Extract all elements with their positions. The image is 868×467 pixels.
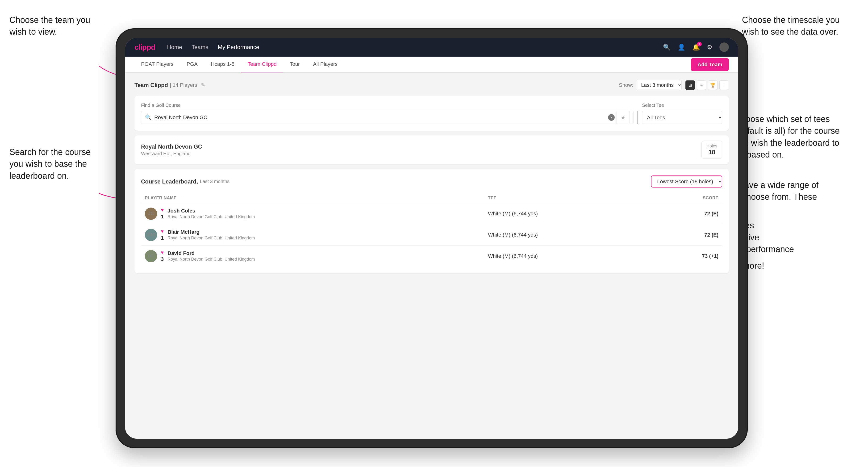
player-details: David Ford Royal North Devon Golf Club, … xyxy=(167,250,255,262)
course-info: Royal North Devon GC Westward Ho!, Engla… xyxy=(141,144,702,156)
leaderboard-table: PLAYER NAME TEE SCORE JC ♥ 1 xyxy=(141,193,722,267)
find-course-label: Find a Golf Course xyxy=(141,102,614,108)
course-search-input[interactable] xyxy=(154,115,608,121)
nav-home[interactable]: Home xyxy=(167,44,182,51)
trophy-view-button[interactable]: 🏆 xyxy=(708,81,717,90)
annotation-top-right: Choose the timescale you wish to see the… xyxy=(742,14,840,38)
tab-all-players[interactable]: All Players xyxy=(306,57,344,72)
col-tee: TEE xyxy=(484,193,652,203)
player-details: Blair McHarg Royal North Devon Golf Club… xyxy=(167,229,255,241)
user-icon[interactable]: 👤 xyxy=(678,44,685,51)
tab-team-clippd[interactable]: Team Clippd xyxy=(241,57,283,72)
annotation-top-left: Choose the team you wish to view. xyxy=(9,14,90,38)
table-row: DF ♥ 3 David Ford Royal North Devon Golf… xyxy=(141,246,722,267)
nav-links: Home Teams My Performance xyxy=(167,44,259,51)
view-icons: ⊞ ≡ 🏆 ↓ xyxy=(685,81,729,90)
sub-nav-tabs: PGAT Players PGA Hcaps 1-5 Team Clippd T… xyxy=(134,57,344,72)
player-rank-section: ♥ 1 xyxy=(161,207,164,220)
player-score: 72 (E) xyxy=(652,203,722,224)
navbar: clippd Home Teams My Performance 🔍 👤 🔔 1… xyxy=(125,38,738,57)
holes-label: Holes xyxy=(706,144,717,149)
sub-nav: PGAT Players PGA Hcaps 1-5 Team Clippd T… xyxy=(125,57,738,73)
player-rank: 3 xyxy=(161,256,164,262)
player-name: Blair McHarg xyxy=(167,229,255,235)
holes-badge: Holes 18 xyxy=(702,141,722,158)
bell-icon[interactable]: 🔔 1 xyxy=(692,44,700,51)
player-score: 73 (+1) xyxy=(652,246,722,267)
leaderboard-title: Course Leaderboard, xyxy=(141,178,198,185)
player-avatar: JC xyxy=(145,208,157,220)
course-result: Royal North Devon GC Westward Ho!, Engla… xyxy=(134,135,729,164)
table-row: BM ♥ 1 Blair McHarg Royal North Devon Go… xyxy=(141,224,722,246)
divider xyxy=(638,111,638,124)
leaderboard-card: Course Leaderboard, Last 3 months Lowest… xyxy=(134,169,729,273)
tablet-frame: clippd Home Teams My Performance 🔍 👤 🔔 1… xyxy=(116,28,748,448)
course-name: Royal North Devon GC xyxy=(141,144,702,150)
annotation-mid-right: Choose which set of tees (default is all… xyxy=(735,113,840,161)
list-view-button[interactable]: ≡ xyxy=(697,81,706,90)
search-card-labels: Find a Golf Course Select Tee xyxy=(141,102,722,108)
heart-icon: ♥ xyxy=(161,250,164,255)
player-name: Josh Coles xyxy=(167,208,255,214)
player-club: Royal North Devon Golf Club, United King… xyxy=(167,236,255,241)
player-club: Royal North Devon Golf Club, United King… xyxy=(167,257,255,262)
col-score: SCORE xyxy=(652,193,722,203)
select-tee-label: Select Tee xyxy=(642,102,722,108)
leaderboard-header: Course Leaderboard, Last 3 months Lowest… xyxy=(141,176,722,187)
player-rank: 1 xyxy=(161,214,164,220)
search-card: Find a Golf Course Select Tee 🔍 × ★ All … xyxy=(134,96,729,131)
player-name: David Ford xyxy=(167,250,255,256)
search-icon[interactable]: 🔍 xyxy=(663,44,671,51)
nav-my-performance[interactable]: My Performance xyxy=(218,44,259,51)
player-avatar: BM xyxy=(145,229,157,241)
grid-view-button[interactable]: ⊞ xyxy=(685,81,695,90)
player-avatar: DF xyxy=(145,250,157,262)
avatar[interactable] xyxy=(719,42,729,52)
player-tee: White (M) (6,744 yds) xyxy=(484,203,652,224)
annotation-mid-left: Search for the course you wish to base t… xyxy=(9,146,91,182)
search-row: 🔍 × ★ All Tees xyxy=(141,111,722,124)
search-icon: 🔍 xyxy=(145,115,151,121)
favourite-button[interactable]: ★ xyxy=(617,111,630,124)
team-header: Team Clippd | 14 Players ✎ Show: Last 3 … xyxy=(134,80,729,90)
app-container: clippd Home Teams My Performance 🔍 👤 🔔 1… xyxy=(125,38,738,439)
show-select[interactable]: Last 3 months xyxy=(636,80,682,90)
leaderboard-subtitle: Last 3 months xyxy=(200,179,229,184)
show-label: Show: xyxy=(619,82,633,88)
col-player: PLAYER NAME xyxy=(141,193,484,203)
search-input-wrapper: 🔍 × ★ xyxy=(141,111,634,124)
player-club: Royal North Devon Golf Club, United King… xyxy=(167,214,255,219)
notification-badge: 1 xyxy=(697,42,702,46)
download-button[interactable]: ↓ xyxy=(719,81,729,90)
add-team-button[interactable]: Add Team xyxy=(691,58,729,71)
heart-icon: ♥ xyxy=(161,207,164,213)
edit-team-icon[interactable]: ✎ xyxy=(201,82,205,88)
main-content: Team Clippd | 14 Players ✎ Show: Last 3 … xyxy=(125,73,738,439)
heart-icon: ♥ xyxy=(161,228,164,234)
tab-tour[interactable]: Tour xyxy=(283,57,306,72)
tab-pga[interactable]: PGA xyxy=(180,57,204,72)
settings-icon[interactable]: ⚙ xyxy=(707,44,712,51)
tab-pgat-players[interactable]: PGAT Players xyxy=(134,57,180,72)
table-row: JC ♥ 1 Josh Coles Royal North Devon Golf… xyxy=(141,203,722,224)
app-logo: clippd xyxy=(134,43,155,52)
nav-teams[interactable]: Teams xyxy=(191,44,208,51)
player-score: 72 (E) xyxy=(652,224,722,246)
player-tee: White (M) (6,744 yds) xyxy=(484,224,652,246)
score-type-select[interactable]: Lowest Score (18 holes) xyxy=(651,176,722,187)
clear-search-button[interactable]: × xyxy=(608,114,615,121)
player-tee: White (M) (6,744 yds) xyxy=(484,246,652,267)
player-details: Josh Coles Royal North Devon Golf Club, … xyxy=(167,208,255,219)
player-rank-section: ♥ 1 xyxy=(161,228,164,241)
team-title: Team Clippd xyxy=(134,82,168,88)
team-count: | 14 Players xyxy=(170,82,197,88)
player-rank: 1 xyxy=(161,235,164,241)
nav-icons: 🔍 👤 🔔 1 ⚙ xyxy=(663,42,729,52)
tee-select[interactable]: All Tees xyxy=(642,111,722,124)
tab-hcaps[interactable]: Hcaps 1-5 xyxy=(204,57,241,72)
player-rank-section: ♥ 3 xyxy=(161,250,164,262)
tablet-screen: clippd Home Teams My Performance 🔍 👤 🔔 1… xyxy=(125,38,738,439)
holes-count: 18 xyxy=(709,149,715,156)
course-location: Westward Ho!, England xyxy=(141,151,702,156)
